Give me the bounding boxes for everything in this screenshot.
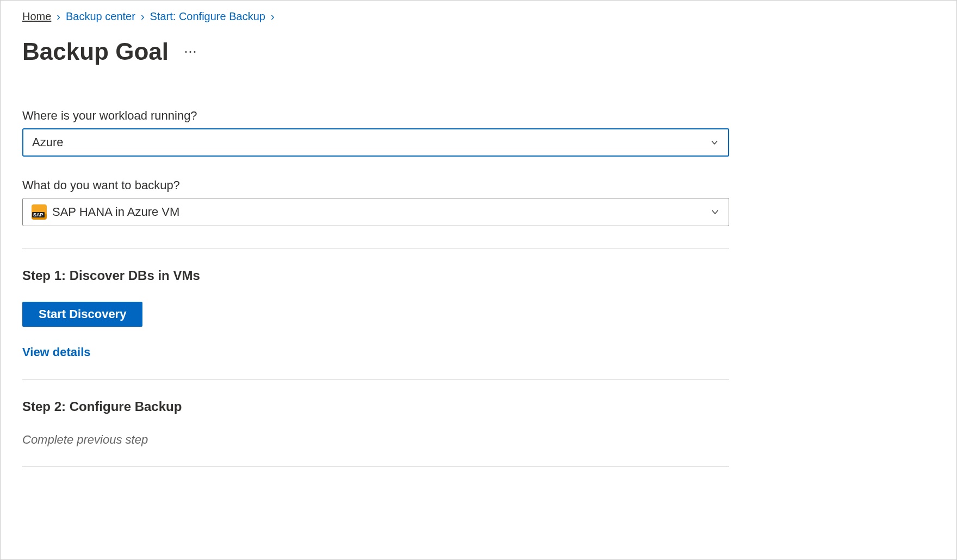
divider [22,248,729,248]
breadcrumb-home[interactable]: Home [22,10,51,23]
breadcrumb-start-configure[interactable]: Start: Configure Backup [150,10,265,23]
breadcrumb: Home › Backup center › Start: Configure … [22,10,935,23]
backup-what-value: SAP HANA in Azure VM [52,205,179,219]
more-icon[interactable]: ⋯ [184,44,197,59]
divider [22,466,729,467]
workload-running-label: Where is your workload running? [22,109,729,123]
view-details-link[interactable]: View details [22,345,91,359]
page-title: Backup Goal [22,38,169,65]
breadcrumb-backup-center[interactable]: Backup center [66,10,135,23]
divider [22,379,729,379]
chevron-down-icon [710,138,719,147]
chevron-right-icon: › [141,10,145,23]
step1-title: Step 1: Discover DBs in VMs [22,268,729,283]
workload-running-value: Azure [32,135,63,150]
step2-message: Complete previous step [22,433,729,447]
sap-hana-icon [32,204,47,220]
step2-title: Step 2: Configure Backup [22,399,729,414]
backup-what-label: What do you want to backup? [22,178,729,192]
chevron-down-icon [710,207,720,217]
chevron-right-icon: › [271,10,275,23]
backup-what-select[interactable]: SAP HANA in Azure VM [22,198,729,226]
start-discovery-button[interactable]: Start Discovery [22,302,142,327]
chevron-right-icon: › [57,10,60,23]
workload-running-select[interactable]: Azure [22,128,729,157]
